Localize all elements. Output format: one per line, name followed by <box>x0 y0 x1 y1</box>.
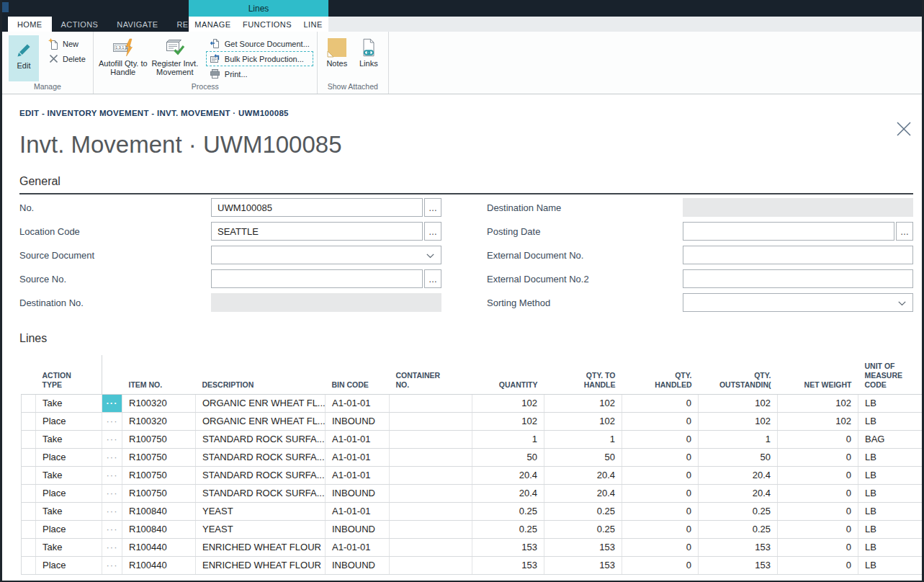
net-weight-cell[interactable]: 0 <box>778 556 858 574</box>
uom-code-cell[interactable]: LB <box>858 556 923 574</box>
general-section-header[interactable]: General <box>19 174 913 189</box>
qty-to-handle-cell[interactable]: 102 <box>544 412 622 430</box>
description-cell[interactable]: YEAST <box>196 502 326 520</box>
qty-outstanding-cell[interactable]: 102 <box>699 394 778 412</box>
qty-handled-cell[interactable]: 0 <box>622 394 699 412</box>
net-weight-cell[interactable]: 0 <box>778 430 858 448</box>
description-cell[interactable]: ENRICHED WHEAT FLOUR <box>196 556 326 574</box>
description-cell[interactable]: ORGANIC ENR WHEAT FL... <box>196 394 326 412</box>
action-type-cell[interactable]: Place <box>36 448 102 466</box>
row-selector-cell[interactable] <box>22 484 36 502</box>
bin-code-cell[interactable]: INBOUND <box>326 556 390 574</box>
tab-actions[interactable]: ACTIONS <box>52 17 108 32</box>
item-no-cell[interactable]: R100750 <box>122 466 196 484</box>
qty-handled-cell[interactable]: 0 <box>622 556 699 574</box>
qty-handled-cell[interactable]: 0 <box>622 520 699 538</box>
qty-handled-cell[interactable]: 0 <box>622 502 699 520</box>
uom-code-cell[interactable]: LB <box>858 412 923 430</box>
column-header-item-no[interactable]: ITEM NO. <box>122 355 196 394</box>
qty-handled-cell[interactable]: 0 <box>622 448 699 466</box>
container-no-cell[interactable] <box>390 538 472 556</box>
net-weight-cell[interactable]: 102 <box>778 394 858 412</box>
quantity-cell[interactable]: 0.25 <box>472 520 544 538</box>
qty-handled-cell[interactable]: 0 <box>622 538 699 556</box>
qty-to-handle-cell[interactable]: 153 <box>544 556 622 574</box>
action-type-cell[interactable]: Place <box>36 484 102 502</box>
row-selector-cell[interactable] <box>22 430 36 448</box>
quantity-cell[interactable]: 153 <box>472 556 544 574</box>
qty-outstanding-cell[interactable]: 102 <box>699 412 778 430</box>
tab-navigate[interactable]: NAVIGATE <box>107 17 167 32</box>
action-type-cell[interactable]: Take <box>36 466 102 484</box>
quantity-cell[interactable]: 102 <box>472 412 544 430</box>
get-source-document-button[interactable]: Get Source Document... <box>206 36 313 51</box>
container-no-cell[interactable] <box>390 502 472 520</box>
item-no-cell[interactable]: R100440 <box>122 538 196 556</box>
column-header-assist[interactable] <box>102 355 122 394</box>
assist-ellipsis-button[interactable]: ··· <box>102 538 122 556</box>
column-header-qty-handled[interactable]: QTY.HANDLED <box>622 355 699 394</box>
row-selector-cell[interactable] <box>22 412 36 430</box>
assist-ellipsis-button[interactable]: ··· <box>102 556 122 574</box>
new-button[interactable]: New <box>44 36 89 51</box>
qty-outstanding-cell[interactable]: 153 <box>699 556 778 574</box>
description-cell[interactable]: ENRICHED WHEAT FLOUR <box>196 538 326 556</box>
posting-date-field[interactable] <box>683 222 894 241</box>
qty-to-handle-cell[interactable]: 102 <box>544 394 622 412</box>
container-no-cell[interactable] <box>390 448 472 466</box>
row-selector-cell[interactable] <box>22 448 36 466</box>
notes-button[interactable]: Notes <box>321 35 353 68</box>
description-cell[interactable]: STANDARD ROCK SURFA... <box>196 448 326 466</box>
uom-code-cell[interactable]: BAG <box>858 430 923 448</box>
bin-code-cell[interactable]: INBOUND <box>326 520 390 538</box>
qty-outstanding-cell[interactable]: 153 <box>699 538 778 556</box>
description-cell[interactable]: STANDARD ROCK SURFA... <box>196 430 326 448</box>
close-button[interactable] <box>894 121 913 140</box>
item-no-cell[interactable]: R100440 <box>122 556 196 574</box>
register-invt-movement-button[interactable]: Register Invt. Movement <box>149 35 201 76</box>
qty-handled-cell[interactable]: 0 <box>622 466 699 484</box>
delete-button[interactable]: Delete <box>44 51 89 66</box>
row-selector-cell[interactable] <box>22 394 36 412</box>
qty-to-handle-cell[interactable]: 153 <box>544 538 622 556</box>
qty-handled-cell[interactable]: 0 <box>622 412 699 430</box>
assist-ellipsis-button[interactable]: ··· <box>102 448 122 466</box>
edit-button[interactable]: Edit <box>9 35 39 81</box>
column-header-container-no[interactable]: CONTAINERNO. <box>390 355 472 394</box>
assist-ellipsis-button[interactable]: ··· <box>102 412 122 430</box>
tab-functions[interactable]: FUNCTIONS <box>238 17 296 32</box>
posting-date-assist-button[interactable]: … <box>896 222 913 241</box>
action-type-cell[interactable]: Place <box>36 412 102 430</box>
column-header-description[interactable]: DESCRIPTION <box>196 355 326 394</box>
bin-code-cell[interactable]: A1-01-01 <box>326 448 390 466</box>
item-no-cell[interactable]: R100750 <box>122 448 196 466</box>
external-document-no2-field[interactable] <box>683 269 913 288</box>
column-header-quantity[interactable]: QUANTITY <box>472 355 544 394</box>
qty-to-handle-cell[interactable]: 50 <box>544 448 622 466</box>
qty-handled-cell[interactable]: 0 <box>622 430 699 448</box>
qty-to-handle-cell[interactable]: 0.25 <box>544 520 622 538</box>
net-weight-cell[interactable]: 0 <box>778 538 858 556</box>
description-cell[interactable]: ORGANIC ENR WHEAT FL... <box>196 412 326 430</box>
bin-code-cell[interactable]: A1-01-01 <box>326 430 390 448</box>
description-cell[interactable]: YEAST <box>196 520 326 538</box>
action-type-cell[interactable]: Take <box>36 502 102 520</box>
uom-code-cell[interactable]: LB <box>858 538 923 556</box>
container-no-cell[interactable] <box>390 412 472 430</box>
column-header-qty-outstanding[interactable]: QTY.OUTSTANDIN( <box>699 355 778 394</box>
source-no-assist-button[interactable]: … <box>424 269 441 288</box>
quantity-cell[interactable]: 20.4 <box>472 484 544 502</box>
qty-outstanding-cell[interactable]: 0.25 <box>699 502 778 520</box>
qty-outstanding-cell[interactable]: 1 <box>699 430 778 448</box>
tab-line[interactable]: LINE <box>300 17 327 32</box>
item-no-cell[interactable]: R100320 <box>122 394 196 412</box>
print-button[interactable]: Print... <box>206 66 313 81</box>
qty-outstanding-cell[interactable]: 20.4 <box>699 466 778 484</box>
row-selector-cell[interactable] <box>22 520 36 538</box>
item-no-cell[interactable]: R100840 <box>122 520 196 538</box>
net-weight-cell[interactable]: 0 <box>778 448 858 466</box>
net-weight-cell[interactable]: 0 <box>778 466 858 484</box>
uom-code-cell[interactable]: LB <box>858 520 923 538</box>
bin-code-cell[interactable]: A1-01-01 <box>326 394 390 412</box>
container-no-cell[interactable] <box>390 394 472 412</box>
